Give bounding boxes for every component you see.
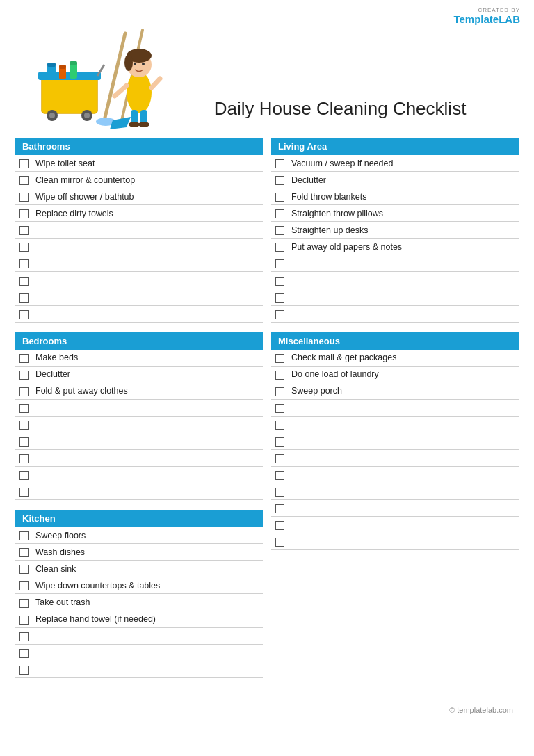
- checkbox-box[interactable]: [19, 548, 29, 557]
- checkbox-box[interactable]: [275, 538, 284, 547]
- checkbox-box[interactable]: [275, 277, 284, 286]
- table-row: [15, 399, 263, 416]
- checklist-item-label: Declutter: [289, 172, 519, 188]
- svg-rect-7: [47, 65, 56, 80]
- checkbox-cell: [15, 222, 33, 239]
- svg-point-4: [49, 113, 55, 118]
- checkbox-box[interactable]: [275, 209, 284, 218]
- checkbox-cell: [271, 483, 289, 500]
- checkbox-box[interactable]: [19, 454, 29, 463]
- checkbox-box[interactable]: [275, 371, 284, 380]
- checkbox-box[interactable]: [275, 310, 284, 319]
- checkbox-box[interactable]: [19, 488, 29, 497]
- checkbox-box[interactable]: [19, 471, 29, 480]
- table-row: Declutter: [15, 366, 263, 383]
- checkbox-box[interactable]: [19, 666, 29, 675]
- table-row: Vacuum / sweep if needed: [271, 155, 519, 172]
- checkbox-cell: [15, 205, 33, 222]
- checkbox-cell: [271, 416, 289, 433]
- checkbox-box[interactable]: [19, 581, 29, 590]
- page-title: Daily House Cleaning Checklist: [174, 98, 513, 131]
- checkbox-box[interactable]: [19, 193, 29, 202]
- checklist-item-label: [33, 399, 263, 416]
- checkbox-box[interactable]: [275, 404, 284, 413]
- checkbox-box[interactable]: [19, 209, 29, 218]
- svg-marker-16: [110, 117, 131, 129]
- brand-lab: LAB: [499, 13, 520, 25]
- checkbox-cell: [15, 561, 33, 577]
- checkbox-box[interactable]: [275, 521, 284, 530]
- table-row: [271, 467, 519, 483]
- checkbox-cell: [271, 188, 289, 205]
- table-row: [15, 627, 263, 644]
- checkbox-cell: [271, 239, 289, 255]
- checkbox-cell: [15, 433, 33, 449]
- checklist-item-label: [289, 483, 519, 500]
- checkbox-box[interactable]: [19, 387, 29, 396]
- checklist-item-label: [33, 222, 263, 239]
- checkbox-box[interactable]: [275, 437, 284, 447]
- checkbox-box[interactable]: [275, 243, 284, 252]
- checkbox-box[interactable]: [275, 504, 284, 513]
- checklist-item-label: [33, 467, 263, 483]
- checkbox-box[interactable]: [19, 226, 29, 235]
- table-row: [271, 289, 519, 305]
- checkbox-cell: [271, 467, 289, 483]
- checkbox-box[interactable]: [275, 259, 284, 268]
- table-row: [271, 450, 519, 467]
- checkbox-box[interactable]: [19, 310, 29, 319]
- checkbox-box[interactable]: [275, 176, 284, 185]
- table-row: Wipe toilet seat: [15, 155, 263, 172]
- table-row: Sweep floors: [15, 527, 263, 544]
- checklist-item-label: Sweep porch: [289, 383, 519, 399]
- checkbox-box[interactable]: [275, 454, 284, 463]
- checkbox-box[interactable]: [19, 616, 29, 625]
- checkbox-box[interactable]: [275, 226, 284, 235]
- checkbox-box[interactable]: [19, 354, 29, 363]
- checkbox-cell: [271, 172, 289, 188]
- checkbox-box[interactable]: [19, 565, 29, 574]
- checkbox-box[interactable]: [19, 159, 29, 168]
- checkbox-box[interactable]: [19, 437, 29, 447]
- checkbox-box[interactable]: [275, 293, 284, 303]
- checklist-item-label: Clean mirror & countertop: [33, 172, 263, 188]
- checkbox-box[interactable]: [19, 176, 29, 185]
- checkbox-box[interactable]: [19, 243, 29, 252]
- svg-point-20: [124, 54, 133, 71]
- table-row: [15, 305, 263, 322]
- checklist-item-label: [289, 533, 519, 550]
- checkbox-box[interactable]: [19, 259, 29, 268]
- checkbox-box[interactable]: [275, 387, 284, 396]
- checkbox-cell: [15, 544, 33, 561]
- checkbox-box[interactable]: [19, 599, 29, 608]
- checkbox-box[interactable]: [19, 421, 29, 430]
- checklist-item-label: Clean sink: [33, 561, 263, 577]
- checkbox-box[interactable]: [19, 404, 29, 413]
- two-column-layout: Bathrooms Wipe toilet seatClean mirror &…: [15, 138, 519, 688]
- checklist-item-label: Wipe off shower / bathtub: [33, 188, 263, 205]
- checkbox-cell: [15, 272, 33, 289]
- checkbox-cell: [15, 366, 33, 383]
- checkbox-box[interactable]: [19, 649, 29, 658]
- checkbox-cell: [15, 611, 33, 627]
- checkbox-box[interactable]: [275, 488, 284, 497]
- checkbox-box[interactable]: [19, 371, 29, 380]
- checkbox-box[interactable]: [19, 632, 29, 641]
- logo-area: CREATED BY TemplateLAB: [453, 7, 520, 25]
- checkbox-box[interactable]: [19, 293, 29, 303]
- table-row: [271, 416, 519, 433]
- checkbox-cell: [271, 383, 289, 399]
- svg-line-23: [115, 86, 127, 96]
- checklist-item-label: [289, 272, 519, 289]
- table-row: Wipe off shower / bathtub: [15, 188, 263, 205]
- table-row: [271, 500, 519, 517]
- checkbox-box[interactable]: [19, 277, 29, 286]
- checkbox-box[interactable]: [275, 159, 284, 168]
- checklist-item-label: Fold & put away clothes: [33, 383, 263, 399]
- checkbox-box[interactable]: [275, 354, 284, 363]
- checkbox-box[interactable]: [19, 531, 29, 540]
- checkbox-box[interactable]: [275, 421, 284, 430]
- checkbox-box[interactable]: [275, 193, 284, 202]
- checklist-item-label: Straighten throw pillows: [289, 205, 519, 222]
- checkbox-box[interactable]: [275, 471, 284, 480]
